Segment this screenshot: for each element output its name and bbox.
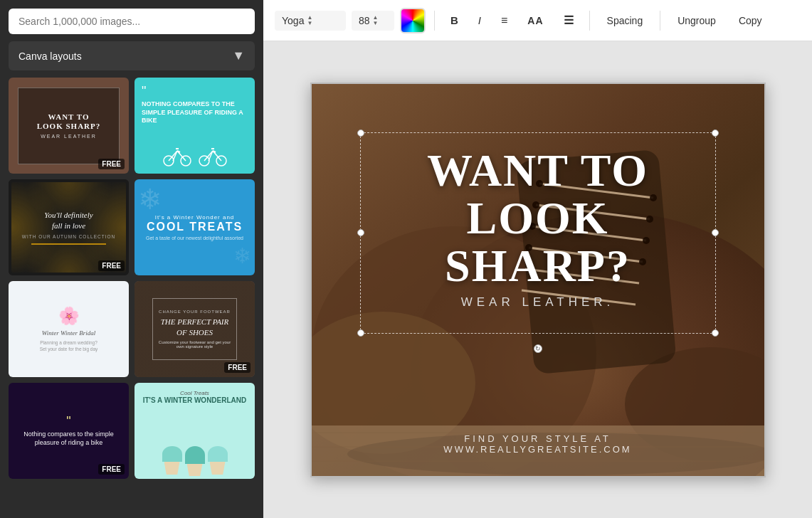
card-6-title: THE PERFECT PAIR OF SHOES — [157, 317, 232, 337]
cool-treats-title: COOL TREATS — [147, 221, 243, 233]
quote-text: NOTHING COMPARES TO THE SIMPLE PLEASURE … — [142, 100, 248, 125]
snowflake-icon-2: ❄ — [233, 243, 251, 268]
bottom-line-1: FIND YOUR STYLE AT — [312, 433, 764, 444]
design-canvas[interactable]: ↻ WANT TO LOOK SHARP? WEAR LEATHER. FIND… — [310, 83, 766, 477]
card-1-title: WANT TOLOOK SHARP? — [37, 112, 101, 131]
color-picker-button[interactable] — [400, 8, 426, 33]
fall-in-love-sub: WITH OUR AUTUMN COLLECTION — [22, 234, 115, 239]
template-card-nothing-compares-dark[interactable]: " Nothing compares to the simple pleasur… — [9, 383, 129, 479]
bottom-text-block: FIND YOUR STYLE AT WWW.REALLYGREATSITE.C… — [312, 433, 764, 455]
ungroup-button[interactable]: Ungroup — [669, 11, 724, 31]
toolbar-divider-1 — [434, 11, 435, 31]
toolbar-divider-2 — [589, 11, 590, 31]
canvas-area: ↻ WANT TO LOOK SHARP? WEAR LEATHER. FIND… — [263, 41, 812, 518]
font-name-label: Yoga — [282, 15, 304, 26]
cupcake-1 — [162, 446, 182, 476]
toolbar: Yoga ▲ ▼ 88 ▲ ▼ B I ≡ AA ☰ Spacing Ungro… — [263, 0, 812, 41]
cupcake-overlay-text: Cool Treats IT'S A WINTER WONDERLAND — [143, 390, 247, 405]
snowflake-icon-1: ❄ — [138, 183, 162, 216]
cool-treats-pretext: It's a Winter Wonder and — [155, 214, 235, 221]
gold-bar — [31, 243, 105, 245]
font-size-value: 88 — [359, 15, 370, 26]
cupcake-area — [135, 436, 255, 479]
quote-mark: " — [142, 85, 248, 97]
flower-icon: 🌸 — [58, 306, 80, 326]
template-card-perfect-pair[interactable]: CHANGE YOUR FOOTWEAR THE PERFECT PAIR OF… — [135, 281, 255, 377]
list-button[interactable]: ☰ — [557, 9, 581, 31]
headline-block: WANT TO LOOK SHARP? WEAR LEATHER. — [360, 132, 716, 321]
layouts-label: Canva layouts — [19, 51, 82, 62]
text-size-toggle-button[interactable]: AA — [520, 11, 550, 31]
spacing-button[interactable]: Spacing — [599, 11, 652, 31]
free-badge-3: FREE — [98, 260, 125, 271]
bike-icons — [142, 145, 248, 166]
headline-line2: LOOK SHARP? — [445, 193, 631, 291]
fall-in-love-title: You'll definitelyfall in love — [44, 210, 93, 232]
template-card-wedding[interactable]: 🌸 Winter Winter Bridal Planning a dream … — [9, 281, 129, 377]
wedding-sub: Planning a dream wedding?Set your date f… — [40, 340, 98, 352]
font-chevrons: ▲ ▼ — [307, 15, 312, 26]
quote-text-dark: Nothing compares to the simple pleasure … — [16, 430, 122, 447]
font-size-select[interactable]: 88 ▲ ▼ — [352, 11, 394, 31]
cupcake-subtitle: Cool Treats — [143, 390, 247, 396]
cupcake-2 — [185, 446, 205, 476]
copy-button[interactable]: Copy — [730, 11, 771, 31]
cupcake-3 — [208, 446, 228, 476]
template-card-fall-in-love[interactable]: You'll definitelyfall in love WITH OUR A… — [9, 179, 129, 275]
toolbar-divider-3 — [660, 11, 660, 31]
cool-treats-sub: Get a taste of our newest delightful ass… — [146, 236, 243, 240]
bike-icon-1 — [163, 145, 191, 166]
cupcake-title: IT'S A WINTER WONDERLAND — [143, 396, 247, 405]
templates-grid: WANT TOLOOK SHARP? WEAR LEATHER FREE " N… — [9, 78, 255, 479]
main-headline[interactable]: WANT TO LOOK SHARP? — [371, 147, 705, 290]
layouts-dropdown[interactable]: Canva layouts ▼ — [9, 41, 255, 70]
bike-icon-2 — [199, 145, 227, 166]
card-6-content: CHANGE YOUR FOOTWEAR THE PERFECT PAIR OF… — [152, 298, 237, 359]
size-chevrons: ▲ ▼ — [373, 15, 379, 26]
card-6-overline: CHANGE YOUR FOOTWEAR — [159, 310, 231, 314]
chevron-down-icon: ▼ — [232, 48, 245, 63]
headline-line1: WANT TO — [427, 145, 648, 196]
font-family-select[interactable]: Yoga ▲ ▼ — [275, 11, 346, 31]
wedding-title: Winter Winter Bridal — [42, 329, 96, 338]
bold-button[interactable]: B — [443, 10, 465, 31]
template-card-cupcakes[interactable]: Cool Treats IT'S A WINTER WONDERLAND — [135, 383, 255, 479]
sidebar: Canva layouts ▼ WANT TOLOOK SHARP? WEAR … — [0, 0, 263, 518]
free-badge: FREE — [98, 159, 125, 169]
italic-button[interactable]: I — [471, 10, 488, 31]
template-card-want-to-look-sharp[interactable]: WANT TOLOOK SHARP? WEAR LEATHER FREE — [9, 78, 129, 174]
free-badge-7: FREE — [98, 464, 125, 475]
main-area: Yoga ▲ ▼ 88 ▲ ▼ B I ≡ AA ☰ Spacing Ungro… — [263, 0, 812, 518]
align-button[interactable]: ≡ — [494, 10, 515, 31]
free-badge-6: FREE — [224, 362, 251, 373]
canvas-subtitle: WEAR LEATHER. — [461, 295, 615, 310]
bottom-line-2: WWW.REALLYGREATSITE.COM — [312, 444, 764, 455]
template-card-cool-treats[interactable]: ❄ ❄ It's a Winter Wonder and COOL TREATS… — [135, 179, 255, 275]
template-card-nothing-compares-teal[interactable]: " NOTHING COMPARES TO THE SIMPLE PLEASUR… — [135, 78, 255, 174]
card-1-sub: WEAR LEATHER — [41, 134, 97, 139]
search-input[interactable] — [9, 9, 255, 34]
card-6-sub: Customize your footwear and get your own… — [157, 340, 232, 349]
quote-mark-dark: " — [66, 415, 70, 428]
